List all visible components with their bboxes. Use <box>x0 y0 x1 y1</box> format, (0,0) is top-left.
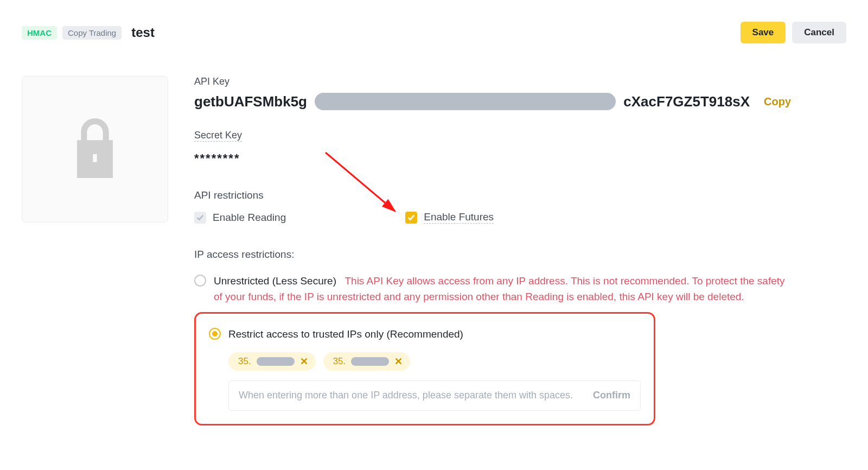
ip-restrictions-title: IP access restrictions: <box>194 249 791 261</box>
ip-address-input[interactable] <box>239 390 593 401</box>
ip-chips-container: 35. ✕ 35. ✕ <box>228 352 641 371</box>
enable-futures-label: Enable Futures <box>424 211 494 224</box>
tag-hmac: HMAC <box>22 26 57 40</box>
ip-unrestricted-label: Unrestricted (Less Secure) <box>214 275 336 287</box>
api-details: API Key getbUAFSMbk5g cXacF7GZ5T918sX Co… <box>194 76 791 425</box>
api-key-redacted <box>315 93 616 110</box>
api-key-row: getbUAFSMbk5g cXacF7GZ5T918sX Copy <box>194 93 791 110</box>
remove-ip-icon[interactable]: ✕ <box>300 355 308 367</box>
copy-api-key-button[interactable]: Copy <box>764 96 791 108</box>
checkbox-enable-reading <box>194 212 206 224</box>
cancel-button[interactable]: Cancel <box>792 22 846 43</box>
enable-futures-option: Enable Futures <box>405 211 494 224</box>
confirm-ip-button[interactable]: Confirm <box>593 390 630 401</box>
ip-chip: 35. ✕ <box>323 352 411 371</box>
radio-unrestricted[interactable] <box>194 275 206 287</box>
tag-copy-trading: Copy Trading <box>62 26 122 40</box>
enable-reading-label: Enable Reading <box>213 212 286 224</box>
api-restrictions-title: API restrictions <box>194 189 791 201</box>
header: HMAC Copy Trading test Save Cancel <box>22 22 846 43</box>
ip-chip-redacted <box>257 357 295 366</box>
ip-input-row: Confirm <box>228 380 641 411</box>
api-restrictions-row: Enable Reading Enable Futures <box>194 211 791 224</box>
header-right: Save Cancel <box>741 22 846 43</box>
radio-restricted[interactable] <box>209 328 221 340</box>
ip-chip-prefix: 35. <box>333 356 346 367</box>
ip-unrestricted-option[interactable]: Unrestricted (Less Secure) This API Key … <box>194 270 791 312</box>
ip-chip-prefix: 35. <box>238 356 251 367</box>
ip-restricted-highlight: Restrict access to trusted IPs only (Rec… <box>194 312 655 425</box>
ip-chip: 35. ✕ <box>228 352 316 371</box>
ip-chip-redacted <box>351 357 389 366</box>
api-key-label: API Key <box>194 76 791 87</box>
ip-restrictions-section: IP access restrictions: Unrestricted (Le… <box>194 249 791 425</box>
api-key-value-prefix: getbUAFSMbk5g <box>194 93 307 110</box>
enable-reading-option: Enable Reading <box>194 212 286 224</box>
secret-key-label: Secret Key <box>194 130 242 142</box>
api-key-value-suffix: cXacF7GZ5T918sX <box>623 93 750 110</box>
ip-unrestricted-text: Unrestricted (Less Secure) This API Key … <box>214 274 791 304</box>
api-key-name: test <box>131 25 155 40</box>
save-button[interactable]: Save <box>741 22 786 43</box>
secret-key-value: ******** <box>194 151 791 166</box>
header-left: HMAC Copy Trading test <box>22 25 155 40</box>
qr-placeholder-card <box>22 76 168 223</box>
checkbox-enable-futures[interactable] <box>405 212 417 224</box>
ip-restricted-option[interactable]: Restrict access to trusted IPs only (Rec… <box>209 323 641 345</box>
lock-icon <box>71 118 119 180</box>
ip-restricted-label: Restrict access to trusted IPs only (Rec… <box>228 327 463 342</box>
remove-ip-icon[interactable]: ✕ <box>394 355 403 367</box>
